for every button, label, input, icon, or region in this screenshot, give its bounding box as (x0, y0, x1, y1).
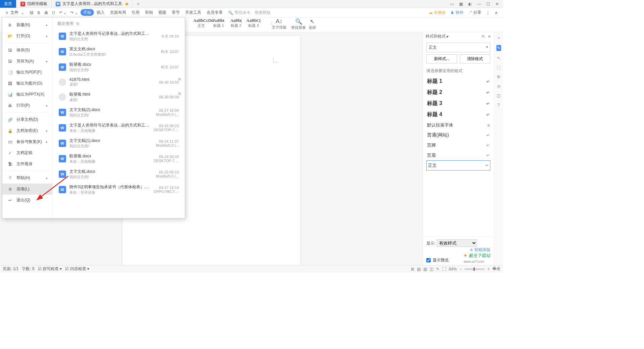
recent-item[interactable]: W文字是人类用符号记录表达...远的方式和工具.docx来自：其他电脑06-16… (57, 120, 180, 136)
content-check-toggle[interactable]: ☑ 内容检查 ▾ (65, 266, 89, 272)
style-entry[interactable]: 页脚↵ (426, 140, 490, 150)
command-search[interactable]: 🔍查找命令、搜索模板 (228, 10, 271, 15)
menu-开始[interactable]: 开始 (80, 9, 94, 16)
recent-item[interactable]: W文字文稿(1).docx我的云文档/06-14 11:37Mozilla/5.… (57, 136, 180, 151)
file-menu-save[interactable]: 🖫保存(S) (2, 45, 52, 56)
menu-审阅[interactable]: 审阅 (142, 9, 156, 16)
file-menu-share[interactable]: 🔗分享文档(D) (2, 114, 52, 125)
pending-changes-button[interactable]: ☁ 有修改 (429, 10, 446, 15)
ribbon-select[interactable]: ↖选择 (309, 18, 316, 30)
file-menu-exit[interactable]: ↩退出(Q) (2, 195, 52, 206)
recent-item[interactable]: W文字文稿(2).docx我的云文档/06-27 16:04Mozilla/5.… (57, 105, 180, 120)
view-read-icon[interactable]: ⊞ (411, 267, 414, 271)
more-menu-icon[interactable]: ⋮ (486, 10, 490, 15)
ink-icon[interactable]: ✎ (436, 267, 439, 271)
file-menu-button[interactable]: ≡文件⌄ (3, 9, 27, 16)
recent-item[interactable]: 盼望着.html桌面/06-30 09:39✕ (57, 89, 180, 105)
recent-item[interactable]: W附件3证明事项告知承诺书（代替体检表）.doc来自：安卓设备04-17 14:… (57, 182, 180, 197)
style-box-标题 1[interactable]: AaBbt标题 1 (211, 18, 227, 28)
view-outline-icon[interactable]: ◫ (430, 267, 433, 271)
preview-checkbox[interactable] (426, 258, 431, 262)
style-entry[interactable]: 标题 1↵ (426, 76, 490, 87)
style-box-标题 2[interactable]: AaBb(标题 2 (228, 18, 244, 28)
style-entry[interactable]: 默认段落字体a (426, 120, 490, 130)
file-menu-print[interactable]: 🖶打印(P)▸ (2, 100, 52, 111)
zoom-fit-icon[interactable]: ⛶ (442, 267, 446, 271)
pencil-icon[interactable]: ✎ (496, 45, 501, 51)
minimize-button[interactable]: — (475, 2, 483, 6)
file-menu-help[interactable]: ?帮助(H)▸ (2, 172, 52, 184)
undo-icon[interactable]: ↶ ⌄ (58, 10, 68, 15)
file-menu-img[interactable]: 🖼输出为图片(G) (2, 78, 52, 89)
tab-home[interactable]: 首页 (0, 0, 16, 8)
spellcheck-toggle[interactable]: ☑ 拼写检查 ▾ (38, 266, 62, 272)
file-menu-slim[interactable]: 🗜文件瘦身 (2, 158, 52, 169)
menu-章节[interactable]: 章节 (169, 9, 182, 16)
ribbon-find-replace[interactable]: 🔍查找替换 (291, 18, 306, 30)
select-icon[interactable]: ↖ (497, 56, 500, 60)
style-box-正文[interactable]: AaBbCcDd正文 (193, 18, 209, 28)
recent-item[interactable]: W盼望着.docx来自：其他电脑05-24 09:20DESKTOP-7S... (57, 151, 180, 166)
layout-icon[interactable]: ▭ (448, 2, 455, 6)
clear-format-button[interactable]: 清除格式 (460, 54, 491, 63)
save-icon[interactable]: 🖫 (29, 10, 35, 15)
tab-document[interactable]: W文字是人类用符...远的方式和工具 (52, 0, 132, 8)
save-as-icon[interactable]: 🗎 (36, 10, 42, 15)
menu-会员专享[interactable]: 会员专享 (204, 9, 225, 16)
menu-页面布局[interactable]: 页面布局 (107, 9, 129, 16)
menu-视图[interactable]: 视图 (156, 9, 169, 16)
refresh-icon[interactable]: ↻ (76, 21, 79, 26)
show-select[interactable]: 有效样式 (437, 239, 477, 247)
zoom-slider[interactable] (465, 268, 485, 270)
skin-icon[interactable]: ◐ (467, 2, 473, 6)
zoom-value[interactable]: 84% (449, 267, 457, 271)
remove-recent-icon[interactable]: ✕ (178, 91, 181, 96)
help-icon[interactable]: ? (497, 103, 500, 107)
layers-icon[interactable]: ◫ (497, 93, 500, 98)
cooperate-button[interactable]: ♟ 协作 (450, 10, 463, 15)
file-menu-saveas[interactable]: 🖫另存为(A)▸ (2, 56, 52, 67)
file-menu-options[interactable]: ⚙选项(L) (2, 184, 52, 195)
panel-pin-icon[interactable]: ⇱ (482, 34, 485, 39)
menu-插入[interactable]: 插入 (94, 9, 107, 16)
style-entry[interactable]: 标题 3↵ (426, 98, 490, 109)
style-entry[interactable]: 页眉↵ (426, 150, 490, 160)
style-box-标题 3[interactable]: AaBbC(标题 3 (246, 18, 262, 28)
new-tab-button[interactable]: ＋ (132, 0, 144, 8)
file-menu-open[interactable]: 📂打开(O)▸ (2, 31, 52, 42)
ribbon-text-layout[interactable]: A↕文字排版 (272, 18, 286, 30)
maximize-button[interactable]: ☐ (485, 2, 492, 6)
menu-引用[interactable]: 引用 (129, 9, 142, 16)
menu-开发工具[interactable]: 开发工具 (182, 9, 204, 16)
recent-item[interactable]: W文字文稿.docx我的云文档/05-23 09:10Mozilla/5.0 (… (57, 166, 180, 182)
style-entry[interactable]: 标题 2↵ (426, 87, 490, 98)
redo-icon[interactable]: ↷ ⌄ (69, 10, 79, 15)
recent-item[interactable]: W英文文档.docxD:/tools/工作文档素材/昨天 10:07 (57, 44, 180, 59)
recent-item[interactable]: W盼望着.docx我的云文档/昨天 10:07 (57, 59, 180, 75)
tab-templates[interactable]: V找稻壳模板 (16, 0, 52, 8)
view-web-icon[interactable]: ▥ (423, 267, 427, 271)
file-menu-finalize[interactable]: ✓文档定稿 (2, 147, 52, 158)
file-menu-new[interactable]: 🗎新建(N)▸ (2, 19, 52, 31)
expand-pane-icon[interactable]: �者 (492, 266, 500, 272)
print-icon[interactable]: 🖶 (43, 10, 49, 15)
zoom-in-button[interactable]: + (487, 267, 490, 271)
style-entry[interactable]: 标题 4↵ (426, 109, 490, 120)
file-menu-pdf[interactable]: 📑输出为PDF(F) (2, 67, 52, 78)
panel-close-icon[interactable]: ✕ (488, 34, 491, 39)
style-entry[interactable]: 普通(网站)↵ (426, 130, 490, 140)
preview-icon[interactable]: 🗋 (51, 10, 57, 15)
smart-layout-link[interactable]: ⊕ 智能排版 (470, 247, 490, 253)
style-entry[interactable]: 正文↵ (426, 160, 490, 170)
file-menu-pptx[interactable]: 📊输出为PPTX(X) (2, 89, 52, 100)
recent-item[interactable]: 41875.html桌面/06-30 10:03✕ (57, 75, 180, 89)
zoom-out-button[interactable]: − (460, 267, 462, 271)
current-style-select[interactable]: 正文▾ (426, 43, 490, 52)
expand-icon[interactable]: ∧ (495, 10, 498, 15)
new-style-button[interactable]: 新样式... (426, 54, 457, 63)
style-gallery[interactable]: AaBbCcDd正文AaBbt标题 1AaBb(标题 2AaBbC(标题 3⋮ (193, 18, 279, 28)
location-icon[interactable]: ◎ (497, 84, 500, 89)
page-indicator[interactable]: 页面: 1/1 (3, 266, 18, 272)
remove-recent-icon[interactable]: ✕ (178, 77, 181, 82)
assistant-icon[interactable]: ✧ (497, 36, 500, 40)
